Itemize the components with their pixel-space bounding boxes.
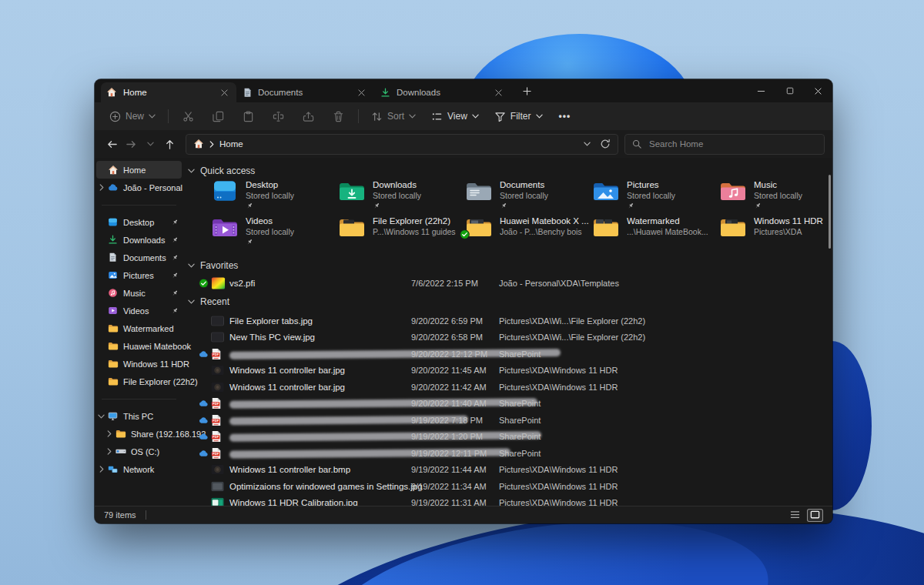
sidebar-item-watermarked[interactable]: Watermarked xyxy=(96,319,182,337)
sidebar-item-label: Downloads xyxy=(123,236,169,245)
tab-downloads[interactable]: Downloads xyxy=(375,82,511,102)
sync-check-badge-icon xyxy=(199,278,209,288)
quick-access-tile-file-explorer-22h2[interactable]: File Explorer (22h2)P...\Windows 11 guid… xyxy=(338,214,465,250)
recent-row-new-this-pc-view-jpg[interactable]: New This PC view.jpg9/20/2022 6:58 PMPic… xyxy=(183,329,832,346)
items-count: 79 items xyxy=(104,510,136,520)
back-button[interactable] xyxy=(102,134,122,154)
sidebar-item-downloads[interactable]: Downloads xyxy=(96,231,182,249)
delete-button[interactable] xyxy=(324,105,353,127)
tab-close-button[interactable] xyxy=(492,86,505,99)
recent-row-windows-11-hdr-calibration-jpg[interactable]: Windows 11 HDR Calibration.jpg9/19/2022 … xyxy=(183,495,832,507)
search-input[interactable] xyxy=(648,139,817,149)
sidebar-item-jo-o-personal[interactable]: João - Personal xyxy=(96,179,182,196)
vertical-scrollbar[interactable] xyxy=(829,175,831,249)
sync-check-badge-icon xyxy=(460,229,470,241)
recent-row-redacted[interactable]: PDF9/20/2022 12:12 PMSharePoint xyxy=(183,346,832,363)
tile-name: File Explorer (22h2) xyxy=(373,216,456,226)
sort-button[interactable]: Sort xyxy=(364,105,423,127)
recent-row-file-explorer-tabs-jpg[interactable]: File Explorer tabs.jpg9/20/2022 6:59 PMP… xyxy=(183,313,832,329)
recent-row-optimizaions-for-windowed-games-in-settings-jpg[interactable]: Optimizaions for windowed games in Setti… xyxy=(183,478,832,495)
rename-button[interactable] xyxy=(264,105,293,127)
sidebar-item-videos[interactable]: Videos xyxy=(96,302,182,319)
sidebar-item-network[interactable]: Network xyxy=(96,460,182,478)
tab-documents[interactable]: Documents xyxy=(238,82,373,102)
large-icons-view-button[interactable] xyxy=(807,509,823,522)
quick-access-tile-desktop[interactable]: DesktopStored locally xyxy=(211,178,338,214)
new-tab-button[interactable] xyxy=(517,81,537,101)
sidebar-item-file-explorer-22h2[interactable]: File Explorer (22h2) xyxy=(96,373,182,390)
expander-chevron-icon[interactable] xyxy=(96,414,106,419)
up-button[interactable] xyxy=(160,134,179,154)
explorer-body: HomeJoão - PersonalDesktopDownloadsDocum… xyxy=(95,158,832,506)
quick-access-tile-downloads[interactable]: DownloadsStored locally xyxy=(338,178,465,214)
sidebar-item-os-c[interactable]: OS (C:) xyxy=(96,443,182,460)
tile-name: Videos xyxy=(246,216,294,226)
paste-button[interactable] xyxy=(234,105,263,127)
recent-row-windows-11-controller-bar-jpg[interactable]: Windows 11 controller bar.jpg9/20/2022 1… xyxy=(183,363,832,379)
expander-chevron-icon[interactable] xyxy=(104,448,114,455)
minimize-button[interactable] xyxy=(747,79,775,102)
quick-access-tile-pictures[interactable]: PicturesStored locally xyxy=(592,178,719,214)
tab-close-button[interactable] xyxy=(355,86,368,99)
recent-row-redacted[interactable]: PDF9/19/2022 7:18 PMSharePoint xyxy=(183,412,832,429)
section-header-quick-access[interactable]: Quick access xyxy=(188,165,255,177)
sidebar-item-documents[interactable]: Documents xyxy=(96,249,182,266)
tile-folder-files-icon xyxy=(338,216,366,239)
quick-access-tile-windows-11-hdr[interactable]: Windows 11 HDRPictures\XDA xyxy=(719,214,832,250)
recent-row-redacted[interactable]: PDF9/19/2022 1:20 PMSharePoint xyxy=(183,429,832,446)
document-icon xyxy=(243,88,252,98)
sidebar-item-this-pc[interactable]: This PC xyxy=(96,407,182,425)
new-button[interactable]: New xyxy=(102,105,162,127)
sidebar-item-share-192-168-192[interactable]: Share (192.168.192 xyxy=(96,425,182,443)
tab-close-button[interactable] xyxy=(218,86,231,99)
sidebar-item-desktop[interactable]: Desktop xyxy=(96,213,182,231)
section-header-recent[interactable]: Recent xyxy=(188,296,229,308)
close-button[interactable] xyxy=(804,79,832,102)
pin-icon xyxy=(754,202,802,210)
recent-row-wnidows-11-controller-bar-bmp[interactable]: Wnidows 11 controller bar.bmp9/19/2022 1… xyxy=(183,462,832,479)
chevron-down-icon xyxy=(472,114,479,119)
quick-access-tile-music[interactable]: MusicStored locally xyxy=(719,178,832,214)
refresh-icon[interactable] xyxy=(600,139,611,149)
quick-access-tile-huawei-matebook-x[interactable]: Huawei Matebook X ...João - P...\Benchy … xyxy=(465,214,592,250)
quick-access-tile-documents[interactable]: DocumentsStored locally xyxy=(465,178,592,214)
forward-button[interactable] xyxy=(122,134,141,154)
share-button[interactable] xyxy=(294,105,323,127)
search-icon xyxy=(632,139,641,149)
sidebar-item-label: Home xyxy=(123,165,179,175)
more-options-button[interactable]: ••• xyxy=(551,111,579,122)
svg-text:PDF: PDF xyxy=(213,419,219,423)
copy-button[interactable] xyxy=(204,105,233,127)
recent-locations-button[interactable] xyxy=(141,134,160,154)
view-button[interactable]: View xyxy=(424,105,486,127)
filter-button[interactable]: Filter xyxy=(487,105,550,127)
expander-chevron-icon[interactable] xyxy=(96,184,106,191)
address-bar[interactable]: Home xyxy=(186,134,618,155)
section-header-favorites[interactable]: Favorites xyxy=(188,259,238,272)
view-button-label: View xyxy=(447,111,467,122)
file-name: Optimizaions for windowed games in Setti… xyxy=(229,482,423,491)
cut-button[interactable] xyxy=(174,105,203,127)
recent-row-redacted[interactable]: PDF9/20/2022 11:40 AMSharePoint xyxy=(183,396,832,413)
search-box[interactable] xyxy=(624,134,825,155)
sidebar-item-home[interactable]: Home xyxy=(96,161,182,179)
recent-row-redacted[interactable]: PDF9/19/2022 12:11 PMSharePoint xyxy=(183,445,832,462)
sidebar-item-windows-11-hdr[interactable]: Windows 11 HDR xyxy=(96,355,182,373)
favorites-row-vs2-pfi[interactable]: vs2.pfi7/6/2022 2:15 PMJoão - Personal\X… xyxy=(183,275,832,292)
sidebar-item-label: This PC xyxy=(123,412,179,421)
sidebar-item-music[interactable]: Music xyxy=(96,284,182,302)
breadcrumb[interactable]: Home xyxy=(219,139,243,149)
sidebar-item-huawei-matebook[interactable]: Huawei Matebook xyxy=(96,337,182,355)
pin-icon xyxy=(627,202,675,210)
expander-chevron-icon[interactable] xyxy=(96,466,106,473)
expander-chevron-icon[interactable] xyxy=(104,430,114,437)
recent-row-wnidows-11-controller-bar-jpg[interactable]: Wnidows 11 controller bar.jpg9/20/2022 1… xyxy=(183,379,832,396)
sidebar-item-label: Documents xyxy=(123,253,169,262)
quick-access-tile-videos[interactable]: VideosStored locally xyxy=(211,214,338,250)
tab-home[interactable]: Home xyxy=(101,82,236,102)
details-view-button[interactable] xyxy=(787,509,803,522)
sidebar-item-pictures[interactable]: Pictures xyxy=(96,266,182,284)
address-dropdown-icon[interactable] xyxy=(584,142,591,146)
quick-access-tile-watermarked[interactable]: Watermarked...\Huawei MateBook... xyxy=(592,214,719,250)
maximize-button[interactable] xyxy=(775,79,804,102)
